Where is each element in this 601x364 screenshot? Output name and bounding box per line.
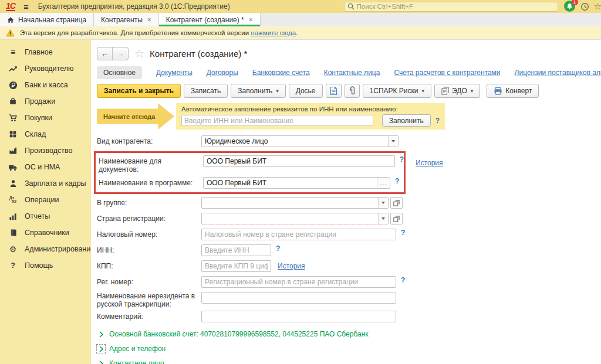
inn-or-name-input[interactable] bbox=[181, 115, 373, 126]
chevron-down-icon: ▾ bbox=[422, 88, 425, 94]
forward-button[interactable]: → bbox=[113, 47, 128, 60]
help-icon[interactable]: ? bbox=[401, 229, 405, 237]
counterparty-file-button[interactable] bbox=[326, 84, 342, 98]
tab-bankovskie-scheta[interactable]: Банковские счета bbox=[252, 69, 310, 77]
inn-input[interactable] bbox=[201, 244, 271, 256]
warning-text: Эта версия для разработчиков. Для приобр… bbox=[20, 29, 249, 36]
tab-label: Начальная страница bbox=[18, 16, 86, 24]
sidebar-item-os-nma[interactable]: ОС и НМА bbox=[0, 159, 91, 175]
tab-home[interactable]: Начальная страница bbox=[0, 13, 94, 26]
field-kind: Вид контрагента: bbox=[97, 135, 601, 147]
section-label: Основной банковский счет: 40702810799996… bbox=[109, 330, 369, 338]
chevron-right-icon bbox=[97, 359, 105, 364]
autofill-block: Автоматическое заполнение реквизитов по … bbox=[176, 103, 445, 130]
name-for-documents-input[interactable] bbox=[203, 155, 395, 167]
main-menu-icon[interactable]: ≡ bbox=[23, 2, 29, 12]
dossier-button[interactable]: Досье bbox=[289, 84, 323, 98]
help-icon[interactable]: ? bbox=[435, 117, 440, 125]
open-list-button[interactable] bbox=[390, 213, 403, 224]
cart-icon bbox=[8, 114, 18, 122]
help-icon[interactable]: ? bbox=[401, 276, 405, 284]
envelope-print-button[interactable]: Конверт bbox=[487, 84, 539, 98]
kind-combo-input[interactable] bbox=[201, 135, 399, 147]
notification-badge: 1 bbox=[572, 0, 578, 5]
sidebar-item-prodazhi[interactable]: Продажи bbox=[0, 93, 91, 110]
spark-risks-dropdown-button[interactable]: 1СПАРК Риски▾ bbox=[363, 84, 432, 98]
tab-scheta-raschetov[interactable]: Счета расчетов с контрагентами bbox=[394, 69, 500, 77]
chevron-down-icon[interactable] bbox=[378, 198, 388, 208]
history-link[interactable]: История bbox=[278, 260, 305, 270]
field-label: Налоговый номер: bbox=[97, 229, 201, 239]
save-button[interactable]: Записать bbox=[184, 84, 228, 98]
help-icon[interactable]: ? bbox=[276, 244, 280, 253]
attachments-button[interactable] bbox=[345, 84, 360, 98]
section-contact-person[interactable]: Контактное лицо bbox=[97, 359, 601, 364]
close-tab-icon[interactable]: × bbox=[147, 16, 151, 24]
search-input[interactable] bbox=[357, 3, 555, 10]
sidebar-item-glavnoe[interactable]: ≡Главное bbox=[0, 44, 91, 60]
sidebar-item-pomosch[interactable]: ?Помощь bbox=[0, 257, 91, 274]
tab-kontaktnye-lica[interactable]: Контактные лица bbox=[324, 69, 380, 77]
name-in-program-input[interactable] bbox=[203, 177, 390, 189]
dev-version-warning: Эта версия для разработчиков. Для приобр… bbox=[0, 26, 601, 40]
back-button[interactable]: ← bbox=[97, 47, 113, 60]
notifications-button[interactable]: 1 bbox=[564, 1, 576, 12]
tab-osnovnoe[interactable]: Основное bbox=[97, 66, 142, 79]
tab-dokumenty[interactable]: Документы bbox=[156, 69, 193, 77]
sidebar-label: Операции bbox=[25, 196, 59, 204]
more-button[interactable]: ... bbox=[377, 178, 390, 188]
sidebar-item-bank-kassa[interactable]: Банк и касса bbox=[0, 77, 91, 93]
field-label: Наименование в программе: bbox=[99, 177, 203, 187]
chevron-down-icon[interactable] bbox=[388, 136, 398, 147]
sidebar-label: Зарплата и кадры bbox=[25, 179, 86, 188]
chevron-down-icon[interactable] bbox=[378, 213, 388, 224]
save-close-button[interactable]: Записать и закрыть bbox=[97, 84, 181, 98]
button-label: 1СПАРК Риски bbox=[370, 87, 418, 95]
sidebar-item-spravochniki[interactable]: Справочники bbox=[0, 224, 91, 241]
section-panel: ≡Главное Руководителю Банк и касса Прода… bbox=[0, 40, 91, 364]
sidebar-item-rukovoditelyu[interactable]: Руководителю bbox=[0, 60, 91, 77]
sidebar-item-sklad[interactable]: Склад bbox=[0, 126, 91, 142]
autofill-area: Начните отсюда Автоматическое заполнение… bbox=[97, 103, 601, 130]
help-icon[interactable]: ? bbox=[395, 177, 399, 185]
autofill-label: Автоматическое заполнение реквизитов по … bbox=[181, 106, 440, 113]
edo-dropdown-button[interactable]: ЭДО▾ bbox=[434, 84, 480, 98]
document-icon bbox=[329, 86, 338, 96]
sidebar-item-operacii[interactable]: ДтКтОперации bbox=[0, 192, 91, 208]
tax-number-input[interactable] bbox=[201, 229, 396, 240]
comment-input[interactable] bbox=[201, 311, 396, 322]
tab-licenzii[interactable]: Лицензии поставщиков алкогольной продукц… bbox=[515, 69, 601, 77]
nonresident-name-input[interactable] bbox=[201, 292, 396, 304]
tab-kontragent-create[interactable]: Контрагент (создание) * × bbox=[159, 13, 261, 26]
fill-dropdown-button[interactable]: Заполнить▾ bbox=[231, 84, 285, 98]
help-icon[interactable]: ? bbox=[400, 155, 404, 164]
group-combo-input[interactable] bbox=[201, 197, 389, 209]
open-list-button[interactable] bbox=[390, 197, 403, 209]
open-list-icon bbox=[393, 200, 400, 206]
field-group: В группе: bbox=[97, 197, 601, 209]
kpp-input[interactable] bbox=[201, 260, 271, 272]
autofill-fill-button[interactable]: Заполнить bbox=[382, 114, 431, 127]
buy-commercial-link[interactable]: нажмите сюда bbox=[251, 29, 296, 36]
favorites-icon[interactable]: ☆ bbox=[594, 1, 601, 12]
history-icon[interactable] bbox=[580, 2, 589, 11]
tab-kontragenty[interactable]: Контрагенты × bbox=[94, 13, 159, 26]
sidebar-item-administrirovanie[interactable]: ⚙Администрирование bbox=[0, 241, 91, 257]
field-label: Вид контрагента: bbox=[97, 135, 201, 145]
reg-number-input[interactable] bbox=[201, 276, 396, 288]
sidebar-item-zarplata[interactable]: Зарплата и кадры bbox=[0, 175, 91, 192]
country-combo-input[interactable] bbox=[201, 213, 389, 224]
field-label: ИНН: bbox=[97, 244, 201, 254]
tab-label: Контрагент (создание) * bbox=[166, 16, 244, 24]
global-search[interactable] bbox=[344, 2, 558, 12]
sidebar-item-pokupki[interactable]: Покупки bbox=[0, 110, 91, 126]
history-link[interactable]: История bbox=[416, 157, 443, 167]
section-bank-account[interactable]: Основной банковский счет: 40702810799996… bbox=[97, 330, 601, 338]
sidebar-item-otchety[interactable]: Отчеты bbox=[0, 208, 91, 224]
tab-label: Контрагенты bbox=[101, 16, 143, 24]
tab-dogovory[interactable]: Договоры bbox=[207, 69, 238, 77]
section-address-phone[interactable]: Адрес и телефон bbox=[97, 345, 601, 353]
close-tab-icon[interactable]: × bbox=[249, 16, 253, 24]
favorite-star-icon[interactable]: ☆ bbox=[134, 47, 144, 60]
sidebar-item-proizvodstvo[interactable]: Производство bbox=[0, 142, 91, 159]
